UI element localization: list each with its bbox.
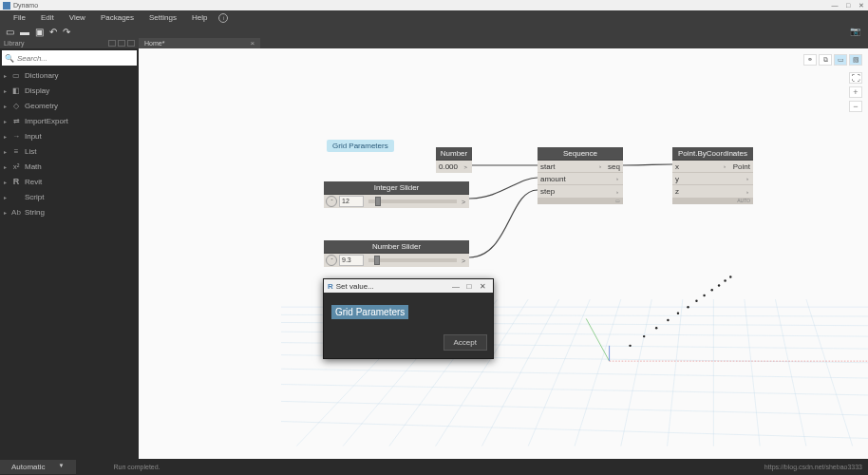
- node-sequence[interactable]: Sequence start›seq amount› step› ▭: [538, 147, 623, 204]
- dialog-maximize-button[interactable]: □: [462, 282, 476, 291]
- slider-toggle-icon[interactable]: ˅: [326, 196, 337, 207]
- tab-close-icon[interactable]: ×: [250, 39, 255, 48]
- zoom-fit-icon[interactable]: ⛶: [849, 72, 862, 84]
- library-item-math[interactable]: ▸x²Math: [0, 159, 139, 174]
- menu-edit[interactable]: Edit: [33, 13, 62, 22]
- menu-settings[interactable]: Settings: [142, 13, 184, 22]
- slider-value[interactable]: 9.3: [339, 255, 364, 266]
- menubar: File Edit View Packages Settings Help i: [0, 10, 868, 25]
- node-foot: ▭: [538, 198, 623, 204]
- library-panel: Library 🔍 ▸▭Dictionary▸◧Display▸◇Geometr…: [0, 38, 139, 459]
- port-step[interactable]: step: [540, 187, 614, 196]
- library-item-display[interactable]: ▸◧Display: [0, 83, 139, 98]
- port-start[interactable]: start: [540, 162, 597, 171]
- svg-point-37: [729, 276, 731, 277]
- menu-file[interactable]: File: [6, 13, 33, 22]
- port-seq[interactable]: seq: [603, 162, 620, 171]
- dialog-title: Set value...: [336, 282, 374, 291]
- canvas[interactable]: Grid Parameters Number 0.000> Integer Sl…: [139, 48, 868, 459]
- port-y[interactable]: y: [675, 175, 745, 183]
- tab-label: Home*: [144, 40, 164, 47]
- dialog-icon: R: [328, 282, 333, 291]
- output-port[interactable]: >: [462, 199, 467, 205]
- view-controls: ⚭ ⧉ ▭ ▧: [803, 54, 862, 66]
- node-point-by-coordinates[interactable]: Point.ByCoordinates x›Point y› z› AUTO: [672, 147, 753, 204]
- tab-home[interactable]: Home* ×: [139, 38, 260, 48]
- undo-icon[interactable]: ↶: [49, 27, 57, 37]
- library-item-string[interactable]: ▸AbString: [0, 204, 139, 219]
- slider-track[interactable]: [368, 200, 457, 203]
- dialog-titlebar[interactable]: R Set value... — □ ✕: [324, 279, 493, 293]
- library-item-label: Math: [25, 162, 42, 171]
- slider-toggle-icon[interactable]: ˅: [326, 255, 337, 266]
- svg-line-9: [281, 422, 868, 439]
- dialog-minimize-button[interactable]: —: [449, 282, 462, 291]
- library-item-label: Dictionary: [25, 71, 59, 80]
- watermark-url: https://blog.csdn.net/shebao3333: [764, 464, 862, 470]
- slider-track[interactable]: [368, 258, 457, 262]
- node-integer-slider[interactable]: Integer Slider ˅ 12 >: [324, 181, 469, 208]
- library-item-geometry[interactable]: ▸◇Geometry: [0, 98, 139, 113]
- library-item-importexport[interactable]: ▸⇄ImportExport: [0, 113, 139, 128]
- category-icon: ◧: [10, 86, 22, 95]
- save-icon[interactable]: ▣: [35, 27, 44, 37]
- chevron-right-icon: ▸: [4, 194, 7, 200]
- port-z[interactable]: z: [675, 187, 745, 196]
- close-button[interactable]: ✕: [855, 2, 868, 10]
- open-icon[interactable]: ▬: [20, 27, 29, 37]
- zoom-in-icon[interactable]: +: [849, 86, 862, 98]
- svg-line-22: [806, 299, 853, 446]
- view-3d-icon[interactable]: ▭: [834, 54, 847, 66]
- link-icon[interactable]: ⚭: [803, 54, 817, 66]
- chevron-right-icon: ▸: [4, 209, 7, 216]
- library-item-input[interactable]: ▸→Input: [0, 128, 139, 143]
- info-icon[interactable]: i: [218, 13, 228, 23]
- output-port[interactable]: >: [463, 164, 467, 170]
- svg-point-27: [643, 335, 645, 337]
- library-view-icon-3[interactable]: [127, 40, 135, 47]
- category-icon: ▭: [10, 71, 22, 80]
- workspace[interactable]: Home* ×: [139, 38, 868, 459]
- group-label[interactable]: Grid Parameters: [327, 140, 394, 152]
- svg-point-30: [677, 312, 679, 314]
- category-icon: Ab: [10, 208, 22, 217]
- port-point[interactable]: Point: [727, 162, 750, 171]
- zoom-controls: ⛶ + −: [849, 72, 862, 112]
- category-icon: →: [10, 132, 22, 141]
- library-item-label: Revit: [25, 178, 42, 186]
- search-box[interactable]: 🔍: [2, 50, 137, 66]
- zoom-out-icon[interactable]: −: [849, 101, 862, 112]
- accept-button[interactable]: Accept: [443, 334, 487, 351]
- library-view-icon[interactable]: [108, 40, 116, 47]
- node-number[interactable]: Number 0.000>: [436, 147, 472, 173]
- app-title: Dynamo: [13, 2, 38, 9]
- svg-point-35: [718, 284, 720, 286]
- camera-icon[interactable]: 📷: [850, 27, 860, 36]
- slider-value[interactable]: 12: [339, 196, 364, 207]
- port-amount[interactable]: amount: [540, 175, 614, 183]
- library-view-icon-2[interactable]: [118, 40, 125, 47]
- port-x[interactable]: x: [675, 162, 722, 171]
- dialog-close-button[interactable]: ✕: [476, 282, 489, 291]
- search-input[interactable]: [17, 54, 137, 63]
- menu-view[interactable]: View: [62, 13, 93, 22]
- redo-icon[interactable]: ↷: [63, 27, 70, 37]
- library-item-list[interactable]: ▸≡List: [0, 143, 139, 159]
- run-mode-dropdown[interactable]: Automatic ▼: [0, 460, 76, 474]
- node-number-slider[interactable]: Number Slider ˅ 9.3 >: [324, 240, 469, 267]
- library-item-revit[interactable]: ▸RRevit: [0, 174, 139, 189]
- menu-packages[interactable]: Packages: [93, 13, 142, 22]
- dialog-input[interactable]: Grid Parameters: [331, 305, 408, 319]
- library-item-script[interactable]: ▸Script: [0, 189, 139, 204]
- output-port[interactable]: >: [462, 257, 467, 264]
- svg-line-21: [775, 299, 806, 446]
- new-icon[interactable]: ▭: [6, 27, 14, 37]
- category-icon: x²: [10, 162, 22, 171]
- node-number-value: 0.000: [439, 162, 462, 171]
- minimize-button[interactable]: —: [828, 2, 841, 9]
- copy-icon[interactable]: ⧉: [819, 54, 832, 66]
- menu-help[interactable]: Help: [184, 13, 215, 22]
- library-item-dictionary[interactable]: ▸▭Dictionary: [0, 67, 139, 83]
- view-graph-icon[interactable]: ▧: [849, 54, 862, 66]
- maximize-button[interactable]: □: [841, 2, 855, 9]
